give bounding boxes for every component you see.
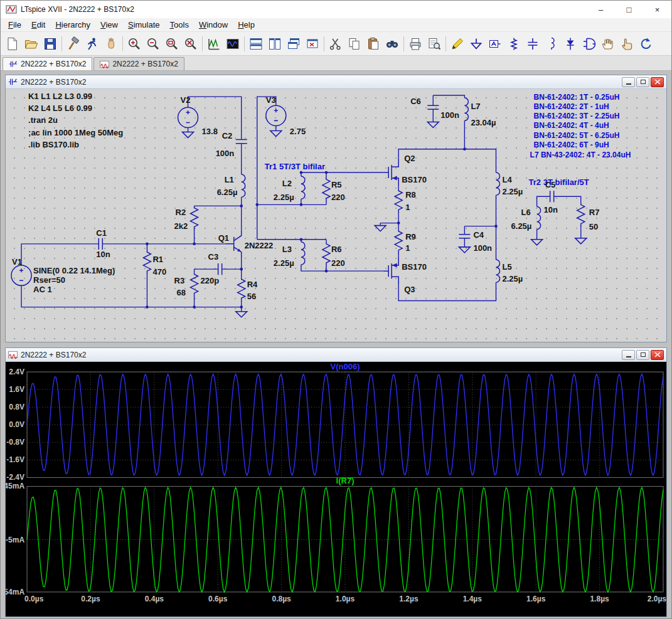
toolbar-copy[interactable]: [345, 34, 364, 53]
label-R8-name[interactable]: R8: [405, 190, 416, 199]
component-R4[interactable]: [238, 277, 245, 302]
label-R5-name[interactable]: R5: [331, 180, 342, 189]
label-L3-name[interactable]: L3: [282, 245, 292, 254]
label-R4-name[interactable]: R4: [247, 280, 258, 289]
x-axis-label[interactable]: 1.4µs: [463, 595, 483, 603]
schematic-window-titlebar[interactable]: 2N2222 + BS170x2: [6, 75, 666, 89]
inductor-table-line[interactable]: BN-61-2402: 3T - 2.25uH: [534, 112, 620, 120]
label-Q3-value[interactable]: BS170: [402, 262, 427, 272]
label-L2-name[interactable]: L2: [282, 179, 292, 188]
inductor-table-line[interactable]: BN-61-2402: 6T - 9uH: [534, 140, 609, 149]
x-axis-label[interactable]: 1.6µs: [526, 595, 546, 603]
toolbar-zoom-fit[interactable]: [163, 34, 181, 53]
component-L4[interactable]: [496, 172, 499, 195]
label-R1-value[interactable]: 470: [152, 267, 166, 277]
x-axis-label[interactable]: 0.2µs: [81, 595, 100, 603]
label-C6-value[interactable]: 100n: [440, 110, 459, 120]
x-axis-label[interactable]: 2.0µs: [648, 595, 666, 603]
label-R9-value[interactable]: 1: [405, 243, 410, 253]
component-V3[interactable]: [266, 105, 286, 125]
y-axis-label[interactable]: -54mA: [6, 588, 24, 596]
label-C2-value[interactable]: 100n: [216, 149, 235, 158]
component-V1[interactable]: [11, 265, 31, 285]
waveform-window-titlebar[interactable]: 2N2222 + BS170x2: [6, 348, 666, 362]
toolbar-place-capacitor[interactable]: [523, 34, 542, 53]
toolbar-tile-vertical[interactable]: [265, 34, 284, 53]
label-C2-name[interactable]: C2: [222, 131, 233, 140]
label-V1-name[interactable]: V1: [12, 257, 22, 267]
menu-hierarchy[interactable]: Hierarchy: [50, 19, 95, 31]
label-L7-value[interactable]: 23.04µ: [471, 118, 496, 127]
tab-waveform[interactable]: 2N2222 + BS170x2: [93, 57, 184, 70]
ground-symbol[interactable]: [531, 240, 543, 245]
label-R8-value[interactable]: 1: [405, 203, 410, 212]
component-R2[interactable]: [191, 206, 198, 231]
ground-symbol[interactable]: [375, 226, 386, 231]
label-R5-value[interactable]: 220: [331, 193, 345, 202]
x-axis-label[interactable]: 1.8µs: [590, 595, 609, 603]
toolbar-place-inductor[interactable]: [542, 34, 561, 53]
toolbar-find[interactable]: [383, 34, 402, 53]
label-Q1-value[interactable]: 2N2222: [245, 241, 274, 250]
component-V2[interactable]: [178, 107, 198, 127]
y-axis-label[interactable]: 0.0V: [9, 420, 24, 429]
spice-directive[interactable]: .tran 2u: [28, 115, 58, 125]
x-axis-label[interactable]: 0.8µs: [272, 595, 291, 603]
y-axis-label[interactable]: 0.8V: [9, 403, 24, 411]
toolbar-plot-settings[interactable]: [223, 34, 242, 53]
toolbar-print-preview[interactable]: [425, 34, 444, 53]
toolbar-draw-wire[interactable]: [448, 34, 467, 53]
y-axis-label[interactable]: -2.4V: [6, 473, 24, 482]
waveform-restore-button[interactable]: [636, 350, 649, 360]
menu-edit[interactable]: Edit: [26, 19, 50, 31]
label-Q2-name[interactable]: Q2: [404, 154, 415, 163]
inductor-table-line[interactable]: BN-61-2402: 1T - 0.25uH: [534, 93, 620, 102]
label-L6-value[interactable]: 6.25µ: [511, 221, 532, 231]
toolbar-halt[interactable]: [102, 34, 120, 53]
toolbar-drag[interactable]: [617, 34, 636, 53]
ground-symbol[interactable]: [236, 312, 247, 317]
inductor-table-line[interactable]: BN-61-2402: 2T - 1uH: [534, 102, 609, 111]
label-V2-name[interactable]: V2: [181, 95, 191, 105]
toolbar-control-panel[interactable]: [64, 34, 83, 53]
toolbar-undo[interactable]: [636, 34, 655, 53]
component-Q2[interactable]: [383, 159, 398, 186]
component-R8[interactable]: [395, 189, 402, 214]
toolbar-tile-horizontal[interactable]: [247, 34, 265, 53]
toolbar-autorange-y[interactable]: [205, 34, 223, 53]
toolbar-run[interactable]: [83, 34, 102, 53]
label-L4-value[interactable]: 2.25µ: [503, 187, 523, 196]
label-R4-value[interactable]: 56: [247, 292, 256, 301]
trace-label-ir7[interactable]: I(R7): [336, 476, 355, 485]
note-tr1[interactable]: Tr1 5T/3T bifilar: [265, 162, 325, 171]
toolbar-zoom-back[interactable]: [144, 34, 163, 53]
y-axis-label[interactable]: 1.6V: [9, 385, 24, 394]
spice-directive[interactable]: K2 L4 L5 L6 0.99: [28, 103, 92, 113]
label-L5-value[interactable]: 2.25µ: [503, 274, 523, 283]
y-axis-label[interactable]: -0.8V: [6, 438, 24, 447]
label-R3-name[interactable]: R3: [174, 276, 185, 285]
label-C4-value[interactable]: 100n: [473, 243, 492, 253]
label-C5-value[interactable]: 10n: [544, 205, 558, 214]
label-L1-name[interactable]: L1: [225, 175, 234, 184]
component-Q3[interactable]: [383, 257, 398, 285]
label-R9-name[interactable]: R9: [405, 232, 416, 241]
component-C2[interactable]: [236, 140, 247, 144]
label-C5-name[interactable]: C5: [545, 180, 556, 189]
toolbar-open[interactable]: [22, 34, 41, 53]
spice-directive[interactable]: ;ac lin 1000 1Meg 50Meg: [28, 128, 123, 137]
toolbar-place-diode[interactable]: [561, 34, 580, 53]
waveform-plot-area[interactable]: 2.4V1.6V0.8V0.0V-0.8V-1.6V-2.4VV(n006)45…: [6, 362, 666, 616]
toolbar-cascade-windows[interactable]: [284, 34, 303, 53]
component-R1[interactable]: [143, 250, 151, 275]
component-L2[interactable]: [301, 176, 305, 199]
component-C5[interactable]: [550, 191, 554, 202]
y-axis-label[interactable]: 45mA: [6, 482, 24, 490]
label-R6-name[interactable]: R6: [331, 245, 342, 254]
ground-symbol[interactable]: [270, 130, 282, 136]
component-L3[interactable]: [301, 242, 305, 265]
menu-tools[interactable]: Tools: [165, 19, 194, 31]
label-C6-name[interactable]: C6: [410, 97, 421, 106]
label-R3-value[interactable]: 68: [177, 288, 186, 297]
schematic-minimize-button[interactable]: [622, 77, 635, 87]
